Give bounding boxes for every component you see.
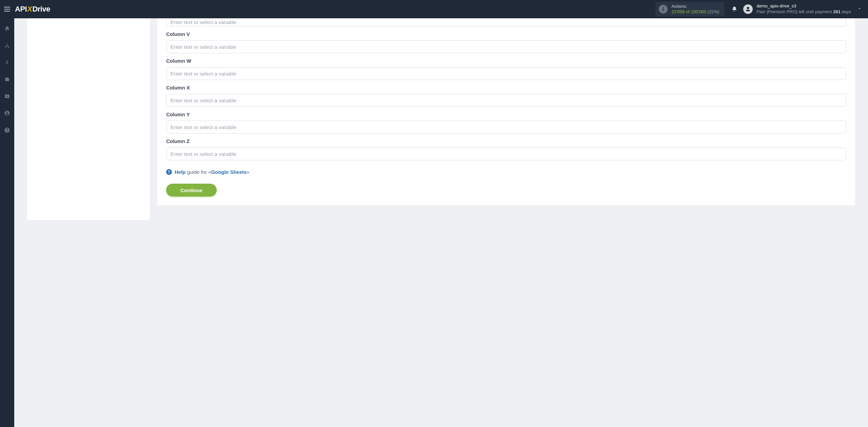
- actions-percent: (22%): [708, 9, 719, 14]
- menu-toggle-button[interactable]: [0, 0, 14, 18]
- logo-text-drive: Drive: [32, 5, 50, 14]
- actions-text: Actions: 22'059 of 100'000 (22%): [672, 4, 719, 15]
- chevron-down-icon: [857, 6, 862, 11]
- notifications-button[interactable]: [729, 6, 740, 12]
- user-menu[interactable]: demo_apix-drive_s3 Plan |Premium PRO| le…: [743, 3, 851, 15]
- actions-of: of: [686, 9, 690, 14]
- actions-used: 22'059: [672, 9, 685, 14]
- topbar: API X Drive i Actions: 22'059 of 100'000…: [0, 0, 868, 18]
- logo[interactable]: API X Drive: [15, 5, 50, 14]
- actions-counter[interactable]: i Actions: 22'059 of 100'000 (22%): [655, 2, 724, 17]
- user-text: demo_apix-drive_s3 Plan |Premium PRO| le…: [757, 3, 851, 15]
- logo-text-api: API: [15, 5, 27, 14]
- bell-icon: [731, 6, 737, 12]
- logo-text-x: X: [27, 5, 32, 14]
- user-name: demo_apix-drive_s3: [757, 3, 851, 9]
- user-menu-chevron[interactable]: [857, 6, 862, 12]
- user-plan: Plan |Premium PRO| left until payment 26…: [757, 9, 851, 15]
- user-icon: [745, 6, 751, 12]
- avatar: [743, 4, 753, 14]
- hamburger-icon: [4, 7, 10, 12]
- info-icon: i: [659, 5, 668, 14]
- actions-label: Actions:: [672, 4, 719, 9]
- actions-total: 100'000: [691, 9, 706, 14]
